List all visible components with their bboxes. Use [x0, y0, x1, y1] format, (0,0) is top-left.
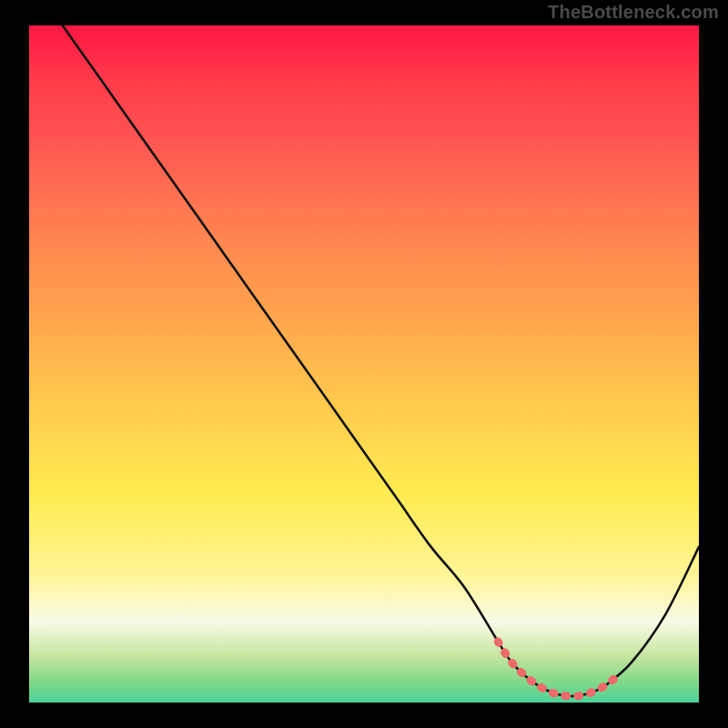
- chart-frame: TheBottleneck.com: [0, 0, 728, 728]
- bottleneck-curve: [63, 25, 699, 696]
- curve-layer: [29, 25, 699, 703]
- plot-area: [29, 25, 699, 703]
- attribution-watermark: TheBottleneck.com: [548, 2, 719, 23]
